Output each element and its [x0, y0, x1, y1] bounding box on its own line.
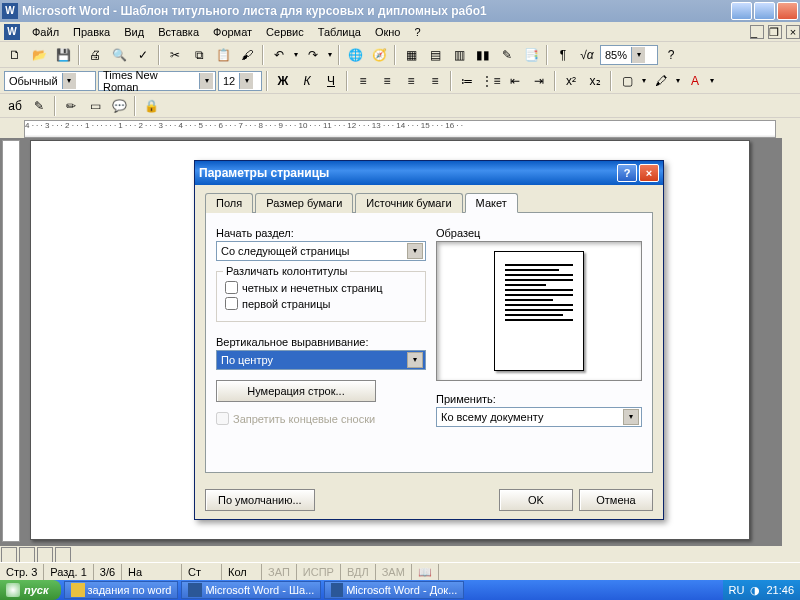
highlight-icon[interactable]: 🖍: [650, 70, 672, 92]
status-rec[interactable]: ЗАП: [262, 564, 297, 580]
decrease-indent-icon[interactable]: ⇤: [504, 70, 526, 92]
first-page-checkbox[interactable]: первой страницы: [225, 297, 417, 310]
dialog-close-button[interactable]: ×: [639, 164, 659, 182]
menu-help[interactable]: ?: [408, 24, 426, 40]
font-size-combo[interactable]: 12 ▾: [218, 71, 262, 91]
line-numbers-button[interactable]: Нумерация строк...: [216, 380, 376, 402]
close-button[interactable]: [777, 2, 798, 20]
borders-dropdown[interactable]: ▾: [640, 70, 648, 92]
chevron-down-icon[interactable]: ▾: [407, 243, 423, 259]
status-trk[interactable]: ИСПР: [297, 564, 341, 580]
doc-close-button[interactable]: ×: [786, 25, 800, 39]
ok-button[interactable]: OK: [499, 489, 573, 511]
bulleted-list-icon[interactable]: ⋮≡: [480, 70, 502, 92]
cancel-button[interactable]: Отмена: [579, 489, 653, 511]
odd-even-input[interactable]: [225, 281, 238, 294]
undo-icon[interactable]: ↶: [268, 44, 290, 66]
font-combo[interactable]: Times New Roman ▾: [98, 71, 216, 91]
dialog-titlebar[interactable]: Параметры страницы ? ×: [195, 161, 663, 185]
lang-indicator[interactable]: RU: [729, 584, 745, 596]
zoom-combo[interactable]: 85% ▾: [600, 45, 658, 65]
reviewing-icon[interactable]: ✎: [28, 95, 50, 117]
vertical-scrollbar[interactable]: [782, 138, 800, 546]
font-color-icon[interactable]: A: [684, 70, 706, 92]
open-icon[interactable]: 📂: [28, 44, 50, 66]
borders-icon[interactable]: ▢: [616, 70, 638, 92]
status-ovr[interactable]: ЗАМ: [376, 564, 412, 580]
copy-icon[interactable]: ⧉: [188, 44, 210, 66]
taskbar-item-word-1[interactable]: Microsoft Word - Ша...: [181, 581, 321, 599]
odd-even-checkbox[interactable]: четных и нечетных страниц: [225, 281, 417, 294]
status-book-icon[interactable]: 📖: [412, 564, 439, 580]
first-page-input[interactable]: [225, 297, 238, 310]
maximize-button[interactable]: [754, 2, 775, 20]
menu-file[interactable]: Файл: [26, 24, 65, 40]
valign-combo[interactable]: По центру ▾: [216, 350, 426, 370]
print-layout-view-icon[interactable]: [37, 547, 53, 563]
clock[interactable]: 21:46: [766, 584, 794, 596]
system-tray[interactable]: RU ◑ 21:46: [723, 580, 800, 600]
chevron-down-icon[interactable]: ▾: [407, 352, 423, 368]
menu-table[interactable]: Таблица: [312, 24, 367, 40]
tray-icon[interactable]: ◑: [750, 584, 760, 597]
lock-icon[interactable]: 🔒: [140, 95, 162, 117]
normal-view-icon[interactable]: [1, 547, 17, 563]
paste-icon[interactable]: 📋: [212, 44, 234, 66]
superscript-icon[interactable]: x²: [560, 70, 582, 92]
new-doc-icon[interactable]: 🗋: [4, 44, 26, 66]
menu-view[interactable]: Вид: [118, 24, 150, 40]
bold-button[interactable]: Ж: [272, 70, 294, 92]
tab-paper-source[interactable]: Источник бумаги: [355, 193, 462, 213]
menu-service[interactable]: Сервис: [260, 24, 310, 40]
dialog-help-button[interactable]: ?: [617, 164, 637, 182]
section-start-combo[interactable]: Со следующей страницы ▾: [216, 241, 426, 261]
italic-button[interactable]: К: [296, 70, 318, 92]
chevron-down-icon[interactable]: ▾: [199, 73, 213, 89]
increase-indent-icon[interactable]: ⇥: [528, 70, 550, 92]
tab-layout[interactable]: Макет: [465, 193, 518, 213]
redo-icon[interactable]: ↷: [302, 44, 324, 66]
chevron-down-icon[interactable]: ▾: [623, 409, 639, 425]
columns-icon[interactable]: ▮▮: [472, 44, 494, 66]
sqrt-icon[interactable]: √α: [576, 44, 598, 66]
vertical-ruler[interactable]: [2, 140, 20, 542]
chevron-down-icon[interactable]: ▾: [631, 47, 645, 63]
doc-minimize-button[interactable]: _: [750, 25, 764, 39]
taskbar-item-folder[interactable]: задания по word: [64, 581, 179, 599]
print-icon[interactable]: 🖨: [84, 44, 106, 66]
web-view-icon[interactable]: [19, 547, 35, 563]
underline-button[interactable]: Ч: [320, 70, 342, 92]
doc-restore-button[interactable]: ❐: [768, 25, 782, 39]
tab-margins[interactable]: Поля: [205, 193, 253, 213]
format-painter-icon[interactable]: 🖌: [236, 44, 258, 66]
align-right-icon[interactable]: ≡: [400, 70, 422, 92]
menu-insert[interactable]: Вставка: [152, 24, 205, 40]
default-button[interactable]: По умолчанию...: [205, 489, 315, 511]
excel-icon[interactable]: ▥: [448, 44, 470, 66]
start-button[interactable]: пуск: [0, 580, 61, 600]
print-preview-icon[interactable]: 🔍: [108, 44, 130, 66]
doc-map-icon[interactable]: 📑: [520, 44, 542, 66]
apply-combo[interactable]: Ко всему документу ▾: [436, 407, 642, 427]
menu-format[interactable]: Формат: [207, 24, 258, 40]
align-left-icon[interactable]: ≡: [352, 70, 374, 92]
show-marks-icon[interactable]: ¶: [552, 44, 574, 66]
chevron-down-icon[interactable]: ▾: [62, 73, 76, 89]
status-ext[interactable]: ВДЛ: [341, 564, 376, 580]
help-icon[interactable]: ?: [660, 44, 682, 66]
tables-borders-icon[interactable]: ▦: [400, 44, 422, 66]
small-caps-icon[interactable]: аб: [4, 95, 26, 117]
style-combo[interactable]: Обычный ▾: [4, 71, 96, 91]
numbered-list-icon[interactable]: ≔: [456, 70, 478, 92]
save-icon[interactable]: 💾: [52, 44, 74, 66]
comment-icon[interactable]: 💬: [108, 95, 130, 117]
redo-dropdown[interactable]: ▾: [326, 44, 334, 66]
font-color-dropdown[interactable]: ▾: [708, 70, 716, 92]
hyperlink-icon[interactable]: 🌐: [344, 44, 366, 66]
highlight-dropdown[interactable]: ▾: [674, 70, 682, 92]
chevron-down-icon[interactable]: ▾: [239, 73, 253, 89]
subscript-icon[interactable]: x₂: [584, 70, 606, 92]
cut-icon[interactable]: ✂: [164, 44, 186, 66]
tab-paper-size[interactable]: Размер бумаги: [255, 193, 353, 213]
spellcheck-icon[interactable]: ✓: [132, 44, 154, 66]
